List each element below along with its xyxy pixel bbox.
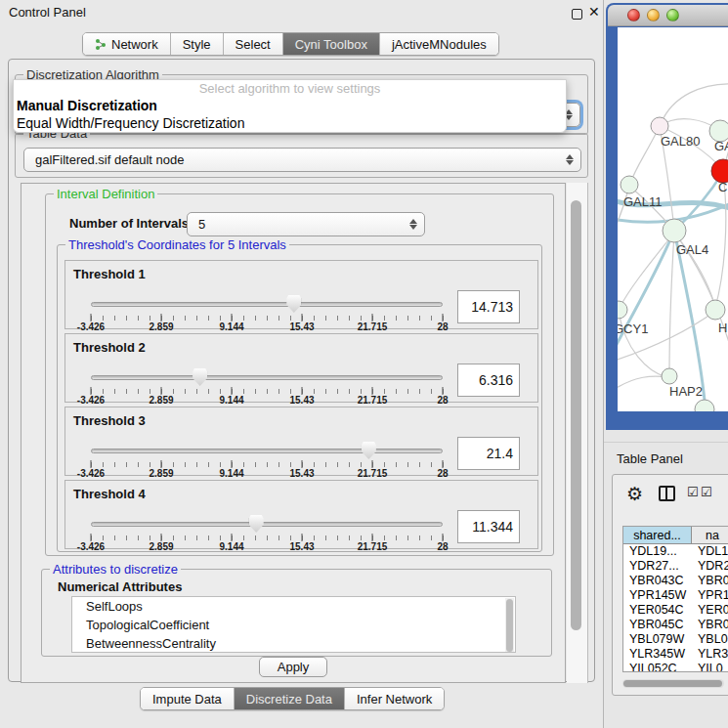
table-cell[interactable]: YIL0 bbox=[692, 662, 728, 672]
table-row[interactable]: YIL052CYIL0 bbox=[623, 662, 728, 672]
gear-icon[interactable]: ⚙ bbox=[626, 483, 643, 505]
columns-icon[interactable] bbox=[659, 486, 675, 501]
unselect-all-check-icon[interactable]: ☑ bbox=[701, 485, 712, 499]
table-cell[interactable]: YBL079W bbox=[623, 632, 692, 647]
network-canvas[interactable]: GAL80GACGAL11GAL4GCY1HHAP2 bbox=[618, 27, 728, 411]
dropdown-option-manual-discretization[interactable]: Manual Discretization bbox=[14, 97, 566, 114]
slider-tick-label: 9.144 bbox=[219, 541, 243, 552]
select-all-check-icon[interactable]: ☑ bbox=[687, 485, 699, 499]
tab-select[interactable]: Select bbox=[224, 33, 283, 55]
network-window-titlebar[interactable] bbox=[608, 5, 728, 26]
tab-label: Impute Data bbox=[152, 692, 222, 707]
attribute-item-selfloops[interactable]: SelfLoops bbox=[72, 597, 515, 616]
float-window-icon[interactable] bbox=[572, 9, 582, 20]
apply-button[interactable]: Apply bbox=[259, 657, 327, 677]
minimize-light-icon[interactable] bbox=[647, 9, 660, 21]
attribute-item-betweennesscentrality[interactable]: BetweennessCentrality bbox=[72, 634, 515, 653]
table-cell[interactable]: YPR145W bbox=[623, 588, 692, 603]
slider-thumb[interactable] bbox=[286, 295, 301, 313]
table-cell[interactable]: YBR043C bbox=[623, 574, 692, 588]
slider-thumb[interactable] bbox=[362, 442, 376, 459]
interval-definition-title: Interval Definition bbox=[54, 187, 157, 201]
zoom-light-icon[interactable] bbox=[666, 9, 679, 21]
threshold-label: Threshold 2 bbox=[73, 340, 146, 355]
threshold-slider[interactable]: -3.4262.8599.14415.4321.71528 bbox=[91, 367, 443, 405]
tab-cyni-toolbox[interactable]: Cyni Toolbox bbox=[283, 33, 380, 55]
table-row[interactable]: YDL19...YDL1 bbox=[623, 544, 728, 559]
tab-infer-network[interactable]: Infer Network bbox=[345, 688, 444, 709]
table-row[interactable]: YBL079WYBL0 bbox=[623, 632, 728, 647]
threshold-value-field[interactable]: 11.344 bbox=[457, 510, 520, 543]
network-node-h[interactable] bbox=[706, 300, 725, 320]
network-edge[interactable] bbox=[661, 84, 728, 124]
tab-jactivemnodules[interactable]: jActiveMNodules bbox=[380, 33, 498, 55]
threshold-slider[interactable]: -3.4262.8599.14415.4321.71528 bbox=[91, 514, 443, 551]
table-cell[interactable]: YDR2 bbox=[692, 559, 728, 574]
tab-network[interactable]: Network bbox=[83, 33, 171, 55]
table-row[interactable]: YPR145WYPR1 bbox=[623, 588, 728, 603]
network-edge[interactable] bbox=[630, 126, 660, 184]
node-table[interactable]: shared...naYDL19...YDL1YDR27...YDR2YBR04… bbox=[622, 526, 728, 672]
attribute-item-topologicalcoefficient[interactable]: TopologicalCoefficient bbox=[72, 616, 515, 634]
table-row[interactable]: YDR27...YDR2 bbox=[623, 559, 728, 574]
network-edge[interactable] bbox=[618, 312, 714, 362]
dropdown-option-equal-width-frequency-discretization[interactable]: Equal Width/Frequency Discretization bbox=[14, 114, 566, 132]
network-edge[interactable] bbox=[620, 233, 674, 308]
threshold-slider[interactable]: -3.4262.8599.14415.4321.71528 bbox=[91, 441, 443, 478]
table-row[interactable]: YBR043CYBR0 bbox=[623, 574, 728, 588]
threshold-value-field[interactable]: 14.713 bbox=[457, 290, 520, 323]
table-cell[interactable]: YLR3 bbox=[692, 647, 728, 662]
tab-impute-data[interactable]: Impute Data bbox=[141, 688, 235, 709]
number-of-intervals-value: 5 bbox=[198, 217, 205, 232]
list-scrollbar-thumb[interactable] bbox=[506, 599, 513, 652]
column-header-shared-[interactable]: shared... bbox=[623, 527, 692, 543]
column-header-na[interactable]: na bbox=[692, 527, 728, 543]
algorithm-dropdown-popup: Select algorithm to view settings Manual… bbox=[13, 79, 567, 133]
table-row[interactable]: YLR345WYLR3 bbox=[623, 647, 728, 662]
table-row[interactable]: YER054CYER0 bbox=[623, 603, 728, 618]
network-edge[interactable] bbox=[669, 233, 674, 374]
numerical-attributes-list[interactable]: SelfLoopsTopologicalCoefficientBetweenne… bbox=[71, 596, 516, 653]
table-cell[interactable]: YBR045C bbox=[623, 618, 692, 632]
network-node-gal80[interactable] bbox=[651, 117, 668, 135]
network-edge[interactable] bbox=[618, 376, 668, 391]
tab-discretize-data[interactable]: Discretize Data bbox=[235, 688, 345, 709]
table-cell[interactable]: YDR27... bbox=[623, 559, 692, 574]
network-node-gcy1[interactable] bbox=[618, 301, 627, 319]
table-cell[interactable]: YLR345W bbox=[623, 647, 692, 662]
network-node-partial[interactable] bbox=[695, 400, 714, 411]
table-cell[interactable]: YDL19... bbox=[623, 544, 692, 559]
settings-scrollbar[interactable] bbox=[567, 183, 588, 683]
network-node-gal11[interactable] bbox=[621, 176, 638, 193]
table-cell[interactable]: YPR1 bbox=[692, 588, 728, 603]
table-cell[interactable]: YBR0 bbox=[692, 618, 728, 632]
threshold-value-field[interactable]: 6.316 bbox=[457, 364, 520, 397]
table-cell[interactable]: YER054C bbox=[623, 603, 692, 618]
table-cell[interactable]: YDL1 bbox=[692, 544, 728, 559]
network-node-gal4[interactable] bbox=[663, 219, 686, 242]
slider-thumb[interactable] bbox=[193, 368, 207, 386]
list-scrollbar[interactable] bbox=[505, 598, 514, 653]
number-of-intervals-select[interactable]: 5 bbox=[187, 212, 425, 236]
dropdown-prompt[interactable]: Select algorithm to view settings bbox=[14, 80, 566, 97]
node-label: H bbox=[718, 321, 727, 335]
table-cell[interactable]: YIL052C bbox=[623, 662, 692, 672]
network-node-hap2[interactable] bbox=[662, 368, 677, 384]
table-row[interactable]: YBR045CYBR0 bbox=[623, 618, 728, 632]
table-hscrollbar[interactable] bbox=[622, 679, 724, 688]
settings-scrollbar-thumb[interactable] bbox=[571, 200, 581, 630]
table-hscrollbar-thumb[interactable] bbox=[623, 680, 722, 687]
table-data-select[interactable]: galFiltered.sif default node bbox=[23, 148, 581, 172]
table-cell[interactable]: YBL0 bbox=[692, 632, 728, 647]
close-icon[interactable]: ✕ bbox=[588, 4, 600, 20]
table-cell[interactable]: YER0 bbox=[692, 603, 728, 618]
threshold-value-field[interactable]: 21.4 bbox=[457, 437, 520, 470]
close-light-icon[interactable] bbox=[627, 9, 640, 21]
stepper-icon bbox=[409, 213, 417, 236]
table-cell[interactable]: YBR0 bbox=[692, 574, 728, 588]
threshold-slider[interactable]: -3.4262.8599.14415.4321.71528 bbox=[91, 294, 443, 331]
tab-label: Style bbox=[183, 37, 211, 52]
attributes-group: Attributes to discretize Numerical Attri… bbox=[41, 569, 552, 657]
slider-thumb[interactable] bbox=[249, 515, 264, 533]
tab-style[interactable]: Style bbox=[171, 33, 224, 55]
